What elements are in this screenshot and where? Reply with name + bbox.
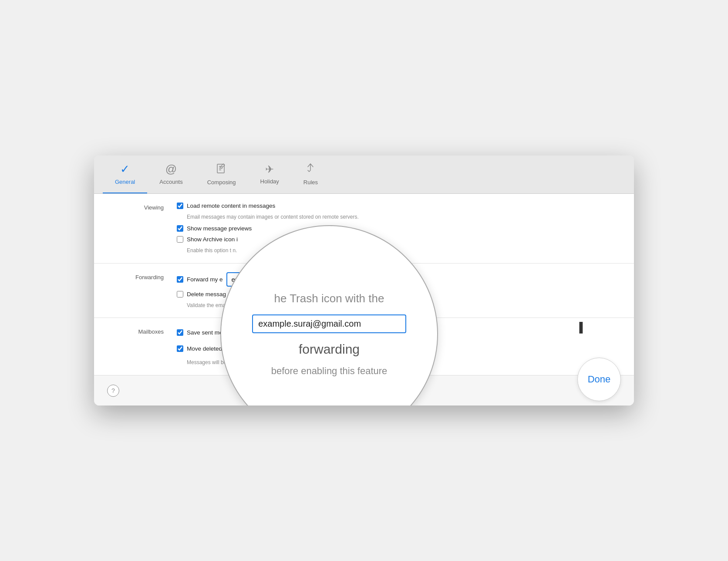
bottom-bar: ? Done xyxy=(94,375,634,406)
viewing-label: Viewing xyxy=(111,203,164,254)
viewing-section: Viewing Load remote content in messages … xyxy=(94,194,634,264)
svg-rect-0 xyxy=(217,164,224,173)
main-content: Viewing Load remote content in messages … xyxy=(94,194,634,375)
forwarding-label: Forwarding xyxy=(111,272,164,309)
delete-messages-hint: Validate the email leted, messages canno… xyxy=(187,302,617,309)
mailboxes-hint: Messages will be deleted from the trash … xyxy=(187,359,617,366)
show-archive-checkbox[interactable] xyxy=(177,236,183,243)
composing-icon xyxy=(216,162,227,176)
mailboxes-section: Mailboxes Save sent messages in: Move de… xyxy=(94,318,634,375)
tab-accounts-label: Accounts xyxy=(159,179,182,185)
save-sent-row: Save sent messages in: xyxy=(177,327,617,338)
show-previews-row: Show message previews xyxy=(177,225,617,232)
delete-messages-row: Delete messag xyxy=(177,291,617,297)
show-previews-label: Show message previews xyxy=(187,225,252,232)
forwarding-section: Forwarding Forward my e Delete messag Va… xyxy=(94,264,634,318)
forwarding-content: Forward my e Delete messag Validate the … xyxy=(177,272,617,309)
load-remote-row: Load remote content in messages xyxy=(177,203,617,209)
forward-email-input[interactable] xyxy=(226,272,392,287)
show-previews-checkbox[interactable] xyxy=(177,225,183,232)
show-archive-row: Show Archive icon i xyxy=(177,236,617,243)
tab-accounts[interactable]: @ Accounts xyxy=(147,155,195,193)
load-remote-label: Load remote content in messages xyxy=(187,203,275,209)
tab-rules-label: Rules xyxy=(303,179,318,186)
tab-holiday[interactable]: ✈ Holiday xyxy=(248,155,291,193)
show-archive-hint: Enable this option t n. xyxy=(187,247,617,254)
show-archive-label: Show Archive icon i xyxy=(187,236,238,243)
move-deleted-select[interactable]: Trash Archive Junk xyxy=(262,343,375,355)
move-deleted-row: Move deleted messages to: Trash Archive … xyxy=(177,343,617,355)
mailboxes-label: Mailboxes xyxy=(111,327,164,366)
holiday-icon: ✈ xyxy=(265,163,274,176)
mailboxes-content: Save sent messages in: Move deleted mess… xyxy=(177,327,617,366)
tab-composing-label: Composing xyxy=(207,179,236,186)
done-button[interactable]: Done xyxy=(577,358,621,401)
delete-messages-checkbox[interactable] xyxy=(177,291,183,297)
preferences-window: ✓ General @ Accounts Composing ✈ Holiday xyxy=(94,155,634,406)
tab-general-label: General xyxy=(115,179,135,185)
general-icon: ✓ xyxy=(120,162,130,176)
load-remote-hint: Email messages may contain images or con… xyxy=(187,213,617,221)
delete-messages-label: Delete messag xyxy=(187,291,226,297)
viewing-content: Load remote content in messages Email me… xyxy=(177,203,617,254)
tab-composing[interactable]: Composing xyxy=(195,155,248,193)
forward-email-label: Forward my e xyxy=(187,276,223,283)
move-deleted-label: Move deleted messages to: xyxy=(187,345,259,352)
tab-holiday-label: Holiday xyxy=(260,178,279,185)
toolbar: ✓ General @ Accounts Composing ✈ Holiday xyxy=(94,155,634,194)
tab-general[interactable]: ✓ General xyxy=(103,155,147,193)
rules-icon xyxy=(305,162,316,176)
forward-email-checkbox[interactable] xyxy=(177,276,183,283)
save-sent-select[interactable] xyxy=(253,327,392,338)
tab-rules[interactable]: Rules xyxy=(291,155,330,193)
save-sent-checkbox[interactable] xyxy=(177,329,183,336)
save-sent-label: Save sent messages in: xyxy=(187,329,249,336)
help-button[interactable]: ? xyxy=(107,385,119,397)
accounts-icon: @ xyxy=(165,162,177,176)
move-deleted-checkbox[interactable] xyxy=(177,345,183,352)
load-remote-checkbox[interactable] xyxy=(177,203,183,209)
forward-email-row: Forward my e xyxy=(177,272,617,287)
